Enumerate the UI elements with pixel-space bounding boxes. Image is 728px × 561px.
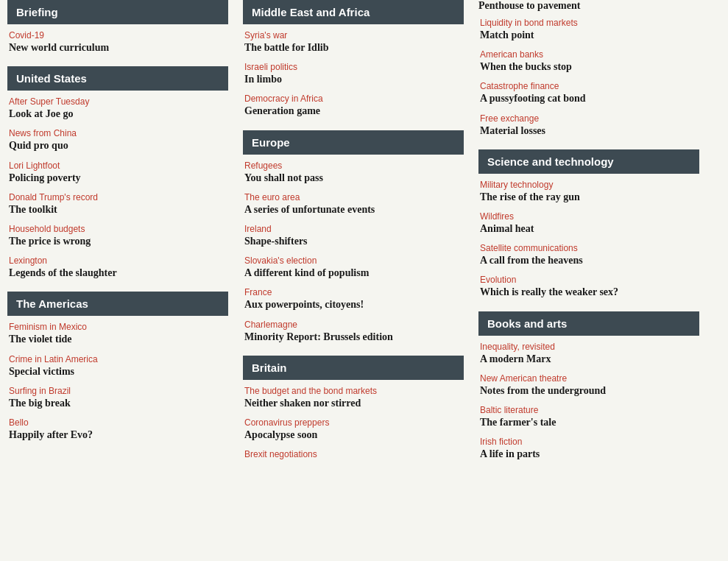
section-books-arts: Books and arts Inequality, revisited A m… [478, 311, 699, 462]
section-header-science-technology: Science and technology [478, 149, 699, 174]
list-item: Lexington Legends of the slaughter [7, 255, 228, 280]
section-header-middle-east-africa: Middle East and Africa [243, 0, 464, 24]
column-1: Briefing Covid-19 New world curriculum U… [0, 0, 236, 480]
section-middle-east-africa: Middle East and Africa Syria's war The b… [243, 0, 464, 119]
section-header-britain: Britain [243, 356, 464, 380]
list-item: Household budgets The price is wrong [7, 224, 228, 248]
list-item: Irish fiction A life in parts [478, 437, 699, 461]
list-item: Catastrophe finance A pussyfooting cat b… [478, 81, 699, 105]
section-header-briefing: Briefing [7, 0, 228, 24]
list-item: Evolution Which is really the weaker sex… [478, 275, 699, 299]
list-item: Brexit negotiations [243, 449, 464, 459]
list-item: Inequality, revisited A modern Marx [478, 342, 699, 366]
list-item: New American theatre Notes from the unde… [478, 373, 699, 398]
section-united-states: United States After Super Tuesday Look a… [7, 66, 228, 280]
standalone-top-article: Penthouse to pavement [478, 0, 699, 12]
list-item: Covid-19 New world curriculum [7, 30, 228, 54]
list-item: Israeli politics In limbo [243, 62, 464, 86]
list-item: Feminism in Mexico The violet tide [7, 322, 228, 346]
list-item: After Super Tuesday Look at Joe go [7, 96, 228, 121]
section-header-united-states: United States [7, 66, 228, 91]
list-item: Liquidity in bond markets Match point [478, 18, 699, 42]
list-item: Satellite communications A call from the… [478, 243, 699, 267]
list-item: Slovakia's election A different kind of … [243, 255, 464, 280]
list-item: Lori Lightfoot Policing poverty [7, 160, 228, 185]
list-item: Democracy in Africa Generation game [243, 94, 464, 118]
list-item: Military technology The rise of the ray … [478, 180, 699, 204]
list-item: Bello Happily after Evo? [7, 417, 228, 442]
list-item: American banks When the bucks stop [478, 49, 699, 74]
list-item: The euro area A series of unfortunate ev… [243, 192, 464, 216]
list-item: Surfing in Brazil The big break [7, 386, 228, 410]
list-item: Baltic literature The farmer's tale [478, 405, 699, 429]
column-3: Penthouse to pavement Liquidity in bond … [471, 0, 707, 480]
section-header-europe: Europe [243, 130, 464, 155]
column-2: Middle East and Africa Syria's war The b… [236, 0, 471, 480]
section-header-books-arts: Books and arts [478, 311, 699, 336]
list-item: Charlemagne Minority Report: Brussels ed… [243, 320, 464, 344]
list-item: Ireland Shape-shifters [243, 224, 464, 248]
main-container: Briefing Covid-19 New world curriculum U… [0, 0, 728, 480]
list-item: Free exchange Material losses [478, 113, 699, 138]
section-britain: Britain The budget and the bond markets … [243, 356, 464, 459]
list-item: News from China Quid pro quo [7, 128, 228, 152]
list-item: Crime in Latin America Special victims [7, 354, 228, 378]
list-item: Refugees You shall not pass [243, 160, 464, 185]
list-item: Coronavirus preppers Apocalypse soon [243, 417, 464, 442]
list-item: The budget and the bond markets Neither … [243, 386, 464, 410]
list-item: Wildfires Animal heat [478, 211, 699, 236]
section-science-technology: Science and technology Military technolo… [478, 149, 699, 300]
section-the-americas: The Americas Feminism in Mexico The viol… [7, 292, 228, 442]
list-item: France Aux powerpoints, citoyens! [243, 287, 464, 311]
list-item: Donald Trump's record The toolkit [7, 192, 228, 216]
section-briefing: Briefing Covid-19 New world curriculum [7, 0, 228, 54]
section-header-the-americas: The Americas [7, 292, 228, 316]
section-finance-economics: Liquidity in bond markets Match point Am… [478, 18, 699, 138]
section-europe: Europe Refugees You shall not pass The e… [243, 130, 464, 344]
list-item: Syria's war The battle for Idlib [243, 30, 464, 54]
